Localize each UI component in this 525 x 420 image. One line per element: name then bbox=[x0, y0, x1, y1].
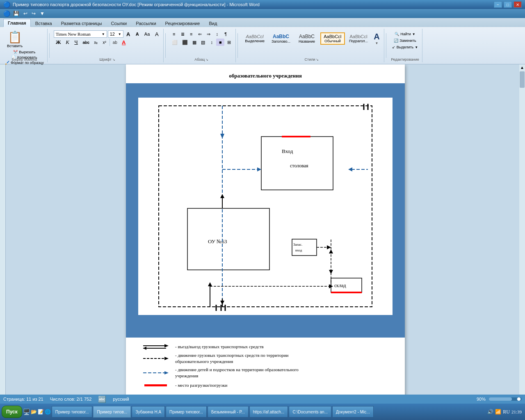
zoom-slider[interactable] bbox=[489, 397, 522, 401]
tab-mailings[interactable]: Рассылки bbox=[131, 19, 160, 27]
style-subtitle[interactable]: AaBbCcI Подзагол... bbox=[346, 33, 371, 44]
italic-button[interactable]: К bbox=[64, 39, 72, 46]
scrollbar-vertical[interactable]: ▲ bbox=[519, 64, 525, 404]
font-shrink-button[interactable]: A bbox=[133, 30, 142, 38]
tab-page-layout[interactable]: Разметка страницы bbox=[57, 19, 107, 27]
strikethrough-button[interactable]: аbc bbox=[81, 39, 91, 46]
status-bar: Страница: 11 из 21 Число слов: 2/1 752 🔤… bbox=[0, 395, 525, 404]
document-page: образовательного учреждения bbox=[126, 64, 405, 404]
legend-text-children: - движение детей и подростков на террито… bbox=[175, 367, 315, 379]
title-bar: 🔵 Пример типового паспорта дорожной безо… bbox=[0, 0, 525, 9]
taskbar-icon-2[interactable]: 📂 bbox=[31, 409, 37, 415]
multilevel-list-button[interactable]: ≡ bbox=[187, 30, 195, 38]
taskbar-lang-icon[interactable]: RU bbox=[503, 409, 510, 415]
left-ruler bbox=[0, 64, 6, 404]
undo-quick-btn[interactable]: ↩ bbox=[22, 10, 29, 17]
font-name-selector[interactable]: Times New Roman ▼ bbox=[54, 30, 107, 38]
align-left-button[interactable]: ⬜ bbox=[170, 39, 180, 46]
scroll-up-button[interactable]: ▲ bbox=[519, 64, 525, 71]
redo-quick-btn[interactable]: ↪ bbox=[30, 10, 37, 17]
scrollbar-thumb[interactable] bbox=[520, 71, 525, 88]
taskbar-icon-3[interactable]: 📝 bbox=[38, 409, 44, 415]
style-heading[interactable]: AaBbC Заголово... bbox=[269, 32, 293, 45]
borders-button[interactable]: ⊞ bbox=[225, 39, 233, 46]
legend: - въезд/выезд грузовых транспортных сред… bbox=[142, 342, 388, 389]
bullets-button[interactable]: ≡ bbox=[170, 30, 178, 38]
paste-button[interactable]: 📋 Вставить bbox=[4, 30, 25, 49]
clipboard-label: Буфер обмена bbox=[2, 57, 47, 62]
styles-group-label: Стили↘ bbox=[240, 57, 383, 62]
emergency-entrance-label: Запас. bbox=[293, 242, 302, 247]
taskbar: Пуск 🖥️ 📂 📝 🌐 Пример типовог... Пример т… bbox=[0, 404, 525, 420]
taskbar-item-6[interactable]: https://af.attach... bbox=[249, 406, 288, 418]
underline-button[interactable]: Ч bbox=[72, 39, 80, 46]
clear-format-button[interactable]: Аа bbox=[142, 30, 152, 38]
taskbar-item-5[interactable]: Безымянный - Р... bbox=[208, 406, 249, 418]
svg-marker-10 bbox=[257, 167, 261, 171]
ribbon-tabs: Главная Вставка Разметка страницы Ссылки… bbox=[0, 18, 525, 27]
cut-button[interactable]: ✂️Вырезать bbox=[4, 50, 45, 55]
style-selection[interactable]: AaBbCcI Выделение bbox=[242, 33, 267, 44]
numbering-button[interactable]: ≣ bbox=[178, 30, 187, 38]
style-title[interactable]: AaBbC Название bbox=[294, 32, 319, 45]
find-button[interactable]: 🔍Найти▼ bbox=[393, 31, 417, 37]
svg-marker-24 bbox=[327, 245, 331, 249]
shading-button[interactable]: ■ bbox=[216, 39, 224, 46]
content-area: образовательного учреждения bbox=[0, 64, 525, 404]
minimize-button[interactable]: − bbox=[494, 1, 502, 8]
taskbar-icon-1[interactable]: 🖥️ bbox=[23, 409, 30, 415]
align-right-button[interactable]: ▦ bbox=[190, 39, 199, 46]
zoom-thumb[interactable] bbox=[517, 397, 521, 401]
taskbar-item-3[interactable]: Зубакина Н.А bbox=[132, 406, 165, 418]
clipboard-group: 📋 Вставить ✂️Вырезать 📄Копировать 🖌️Форм… bbox=[2, 29, 48, 62]
restore-button[interactable]: □ bbox=[504, 1, 512, 8]
decrease-indent-button[interactable]: ⇐ bbox=[196, 30, 204, 38]
select-button[interactable]: ↙Выделить▼ bbox=[390, 44, 420, 50]
replace-button[interactable]: 🔄Заменить bbox=[392, 38, 418, 43]
svg-rect-40 bbox=[144, 384, 167, 386]
line-spacing-button[interactable]: ↕ bbox=[208, 39, 216, 46]
svg-marker-17 bbox=[208, 282, 212, 286]
editing-group-label: Редактирование bbox=[388, 57, 422, 62]
justify-button[interactable]: ▧ bbox=[199, 39, 207, 46]
tab-home[interactable]: Главная bbox=[3, 19, 31, 27]
quick-access-dropdown[interactable]: ▼ bbox=[39, 10, 46, 17]
taskbar-item-1[interactable]: Пример типовог... bbox=[52, 406, 93, 418]
text-highlight-button[interactable]: ab bbox=[111, 39, 119, 46]
svg-marker-15 bbox=[220, 301, 224, 305]
start-button[interactable]: Пуск bbox=[2, 406, 22, 418]
tab-view[interactable]: Вид bbox=[205, 19, 222, 27]
svg-marker-39 bbox=[164, 371, 169, 374]
legend-symbol-solid-arrows bbox=[142, 342, 171, 351]
taskbar-item-2[interactable]: Пример типов... bbox=[93, 406, 131, 418]
word-count: Число слов: 2/1 752 bbox=[50, 397, 92, 402]
increase-indent-button[interactable]: ⇒ bbox=[204, 30, 212, 38]
tab-insert[interactable]: Вставка bbox=[31, 19, 57, 27]
save-quick-btn[interactable]: 💾 bbox=[12, 10, 21, 17]
bold-button[interactable]: Ж bbox=[54, 39, 63, 46]
spelling-icon: 🔤 bbox=[98, 395, 106, 403]
taskbar-icon-4[interactable]: 🌐 bbox=[45, 409, 51, 415]
taskbar-item-8[interactable]: Документ2 - Mic... bbox=[332, 406, 374, 418]
font-group: Times New Roman ▼ 12 ▼ A A Аа A Ж bbox=[51, 29, 164, 62]
tab-references[interactable]: Ссылки bbox=[106, 19, 131, 27]
styles-dropdown[interactable]: A ▼ bbox=[372, 31, 381, 46]
font-size-selector[interactable]: 12 ▼ bbox=[108, 30, 123, 38]
legend-symbol-blue-dashed bbox=[142, 369, 171, 377]
subscript-button[interactable]: x₂ bbox=[92, 39, 100, 46]
taskbar-volume-icon[interactable]: 🔊 bbox=[487, 409, 493, 415]
tab-review[interactable]: Рецензирование bbox=[161, 19, 205, 27]
taskbar-network-icon[interactable]: 📶 bbox=[495, 409, 501, 415]
taskbar-item-7[interactable]: C:\Documents an... bbox=[289, 406, 331, 418]
change-case-button[interactable]: A bbox=[153, 30, 161, 38]
close-button[interactable]: ✕ bbox=[514, 1, 522, 8]
style-normal[interactable]: AaBbCcI Обычный bbox=[320, 32, 345, 45]
align-center-button[interactable]: ⬛ bbox=[180, 39, 190, 46]
font-color-button[interactable]: A bbox=[120, 39, 128, 46]
font-grow-button[interactable]: A bbox=[124, 30, 132, 38]
styles-group: AaBbCcI Выделение AaBbC Заголово... AaBb… bbox=[240, 29, 384, 62]
superscript-button[interactable]: x² bbox=[100, 39, 109, 46]
sort-button[interactable]: ↕ bbox=[213, 30, 221, 38]
show-marks-button[interactable]: ¶ bbox=[221, 30, 230, 38]
taskbar-item-4[interactable]: Пример типовог... bbox=[166, 406, 207, 418]
